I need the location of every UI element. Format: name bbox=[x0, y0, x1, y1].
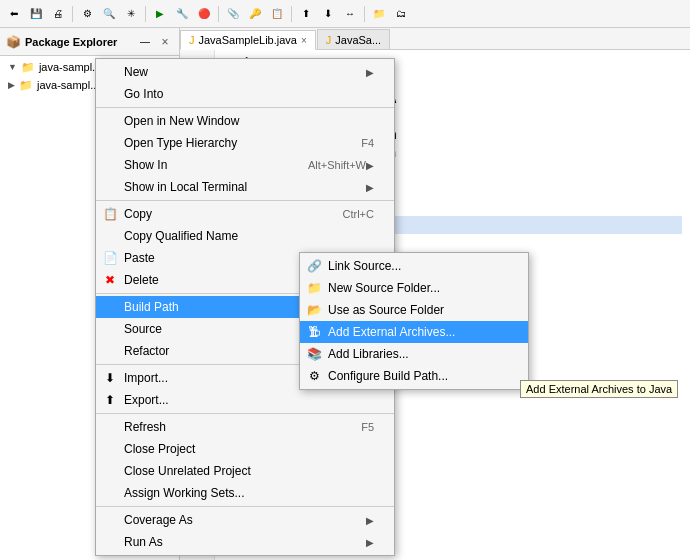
menu-item-refresh[interactable]: Refresh F5 bbox=[96, 416, 394, 438]
add-libraries-icon: 📚 bbox=[306, 346, 322, 362]
toolbar-sep-1 bbox=[72, 6, 73, 22]
submenu-add-libraries[interactable]: 📚 Add Libraries... bbox=[300, 343, 528, 365]
new-source-folder-icon: 📁 bbox=[306, 280, 322, 296]
panel-icon: 📦 bbox=[6, 35, 21, 49]
menu-item-go-into[interactable]: Go Into bbox=[96, 83, 394, 105]
configure-build-path-icon: ⚙ bbox=[306, 368, 322, 384]
toolbar-btn-11[interactable]: 📋 bbox=[267, 4, 287, 24]
menu-sep-5 bbox=[96, 413, 394, 414]
panel-header: 📦 Package Explorer — × bbox=[0, 28, 179, 56]
tooltip-text: Add External Archives to Java bbox=[526, 383, 672, 395]
export-icon: ⬆ bbox=[102, 392, 118, 408]
menu-sep-6 bbox=[96, 506, 394, 507]
menu-item-open-new-window[interactable]: Open in New Window bbox=[96, 110, 394, 132]
tree-folder-icon-0: 📁 bbox=[21, 61, 35, 74]
tree-label-0: java-sampl... bbox=[39, 61, 101, 73]
menu-item-show-in[interactable]: Show In Alt+Shift+W ▶ bbox=[96, 154, 394, 176]
tab-close-0[interactable]: × bbox=[301, 35, 307, 46]
toolbar-btn-4[interactable]: ⚙ bbox=[77, 4, 97, 24]
toolbar-btn-8[interactable]: 🔴 bbox=[194, 4, 214, 24]
submenu-configure-build-path[interactable]: ⚙ Configure Build Path... bbox=[300, 365, 528, 387]
editor-tab-0[interactable]: J JavaSampleLib.java × bbox=[180, 30, 316, 50]
toolbar-sep-3 bbox=[218, 6, 219, 22]
menu-item-coverage-as[interactable]: Coverage As ▶ bbox=[96, 509, 394, 531]
editor-tab-1[interactable]: J JavaSa... bbox=[317, 29, 390, 49]
menu-sep-1 bbox=[96, 107, 394, 108]
tree-arrow-1: ▶ bbox=[8, 80, 15, 90]
toolbar-btn-15[interactable]: 📁 bbox=[369, 4, 389, 24]
menu-item-close-project[interactable]: Close Project bbox=[96, 438, 394, 460]
editor-tabs: J JavaSampleLib.java × J JavaSa... bbox=[180, 28, 690, 50]
copy-icon: 📋 bbox=[102, 206, 118, 222]
build-path-submenu: 🔗 Link Source... 📁 New Source Folder... … bbox=[299, 252, 529, 390]
import-icon: ⬇ bbox=[102, 370, 118, 386]
submenu-add-external-archives[interactable]: 🗜 Add External Archives... bbox=[300, 321, 528, 343]
tooltip: Add External Archives to Java bbox=[520, 380, 678, 398]
toolbar-btn-10[interactable]: 🔑 bbox=[245, 4, 265, 24]
toolbar-btn-13[interactable]: ⬇ bbox=[318, 4, 338, 24]
toolbar-btn-3[interactable]: 🖨 bbox=[48, 4, 68, 24]
toolbar-sep-2 bbox=[145, 6, 146, 22]
tab-label-0: JavaSampleLib.java bbox=[199, 34, 297, 46]
menu-item-run-as[interactable]: Run As ▶ bbox=[96, 531, 394, 553]
toolbar-btn-run[interactable]: ▶ bbox=[150, 4, 170, 24]
menu-item-close-unrelated[interactable]: Close Unrelated Project bbox=[96, 460, 394, 482]
toolbar-btn-7[interactable]: 🔧 bbox=[172, 4, 192, 24]
panel-close-btn[interactable]: × bbox=[157, 34, 173, 50]
menu-item-assign-working-sets[interactable]: Assign Working Sets... bbox=[96, 482, 394, 504]
toolbar-btn-9[interactable]: 📎 bbox=[223, 4, 243, 24]
tab-icon-1: J bbox=[326, 34, 332, 46]
toolbar-sep-4 bbox=[291, 6, 292, 22]
panel-title: Package Explorer bbox=[25, 36, 133, 48]
toolbar-btn-6[interactable]: ✳ bbox=[121, 4, 141, 24]
menu-item-show-local-terminal[interactable]: Show in Local Terminal ▶ bbox=[96, 176, 394, 198]
toolbar-btn-16[interactable]: 🗂 bbox=[391, 4, 411, 24]
menu-item-copy[interactable]: 📋 Copy Ctrl+C bbox=[96, 203, 394, 225]
tree-folder-icon-1: 📁 bbox=[19, 79, 33, 92]
panel-minimize-btn[interactable]: — bbox=[137, 34, 153, 50]
menu-item-export[interactable]: ⬆ Export... bbox=[96, 389, 394, 411]
toolbar-btn-5[interactable]: 🔍 bbox=[99, 4, 119, 24]
menu-item-copy-qualified[interactable]: Copy Qualified Name bbox=[96, 225, 394, 247]
submenu-link-source[interactable]: 🔗 Link Source... bbox=[300, 255, 528, 277]
tab-icon-0: J bbox=[189, 34, 195, 46]
menu-item-new[interactable]: New ▶ bbox=[96, 61, 394, 83]
toolbar-sep-5 bbox=[364, 6, 365, 22]
menu-item-open-type-hierarchy[interactable]: Open Type Hierarchy F4 bbox=[96, 132, 394, 154]
submenu-use-as-source-folder[interactable]: 📂 Use as Source Folder bbox=[300, 299, 528, 321]
toolbar-btn-1[interactable]: ⬅ bbox=[4, 4, 24, 24]
toolbar-btn-2[interactable]: 💾 bbox=[26, 4, 46, 24]
add-external-archives-icon: 🗜 bbox=[306, 324, 322, 340]
submenu-new-source-folder[interactable]: 📁 New Source Folder... bbox=[300, 277, 528, 299]
toolbar-btn-12[interactable]: ⬆ bbox=[296, 4, 316, 24]
use-source-folder-icon: 📂 bbox=[306, 302, 322, 318]
tree-arrow-0: ▼ bbox=[8, 62, 17, 72]
toolbar-btn-14[interactable]: ↔ bbox=[340, 4, 360, 24]
paste-icon: 📄 bbox=[102, 250, 118, 266]
main-toolbar: ⬅ 💾 🖨 ⚙ 🔍 ✳ ▶ 🔧 🔴 📎 🔑 📋 ⬆ ⬇ ↔ 📁 🗂 bbox=[0, 0, 690, 28]
menu-sep-2 bbox=[96, 200, 394, 201]
link-source-icon: 🔗 bbox=[306, 258, 322, 274]
delete-icon: ✖ bbox=[102, 272, 118, 288]
tree-label-1: java-sampl... bbox=[37, 79, 99, 91]
tab-label-1: JavaSa... bbox=[335, 34, 381, 46]
